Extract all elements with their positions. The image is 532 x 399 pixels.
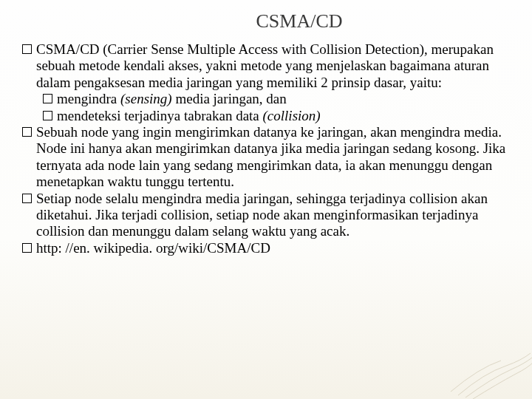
text-segment: mengindra (57, 91, 120, 106)
slide-title: CSMA/CD (22, 10, 510, 33)
text-segment: Sebuah node yang ingin mengirimkan datan… (36, 124, 505, 189)
text-segment: (sensing) (120, 91, 172, 106)
bullet-item: http: //en. wikipedia. org/wiki/CSMA/CD (22, 240, 510, 256)
corner-decoration (451, 332, 532, 399)
bullet-text: http: //en. wikipedia. org/wiki/CSMA/CD (36, 240, 510, 256)
reference-link[interactable]: http: //en. wikipedia. org/wiki/CSMA/CD (36, 240, 270, 256)
bullet-text: Sebuah node yang ingin mengirimkan datan… (36, 124, 510, 191)
bullet-item: CSMA/CD (Carrier Sense Multiple Access w… (22, 41, 510, 91)
bullet-text: mengindra (sensing) media jaringan, dan (57, 91, 510, 107)
bullet-marker-icon (22, 44, 32, 54)
bullet-text: CSMA/CD (Carrier Sense Multiple Access w… (36, 41, 510, 91)
bullet-marker-icon (43, 94, 52, 103)
bullet-text: mendeteksi terjadinya tabrakan data (col… (57, 108, 510, 124)
bullet-item: Setiap node selalu mengindra media jarin… (22, 191, 510, 240)
text-segment: CSMA/CD (Carrier Sense Multiple Access w… (36, 41, 494, 90)
bullet-marker-icon (22, 194, 32, 203)
bullet-item: mendeteksi terjadinya tabrakan data (col… (22, 108, 510, 124)
text-segment: Setiap node selalu mengindra media jarin… (36, 191, 488, 239)
text-segment: media jaringan, dan (172, 91, 287, 106)
bullet-item: Sebuah node yang ingin mengirimkan datan… (22, 124, 510, 191)
text-segment: mendeteksi terjadinya tabrakan data (57, 108, 263, 123)
bullet-marker-icon (43, 111, 52, 120)
bullet-item: mengindra (sensing) media jaringan, dan (22, 91, 510, 107)
bullet-marker-icon (22, 127, 32, 137)
slide-body: CSMA/CD (Carrier Sense Multiple Access w… (22, 41, 510, 256)
bullet-marker-icon (22, 243, 32, 253)
bullet-text: Setiap node selalu mengindra media jarin… (36, 191, 510, 240)
text-segment: (collision) (263, 108, 321, 123)
slide: CSMA/CD CSMA/CD (Carrier Sense Multiple … (0, 0, 532, 399)
